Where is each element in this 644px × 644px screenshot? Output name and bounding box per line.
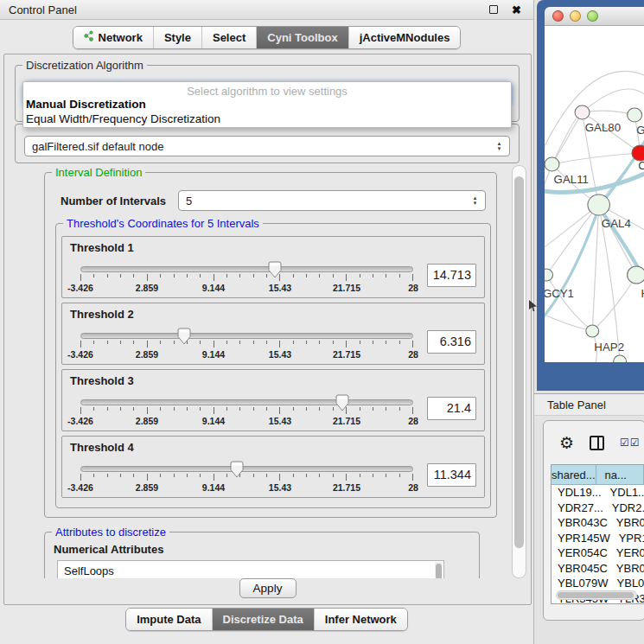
slider-thumb[interactable] — [335, 394, 349, 411]
tab-label: Infer Network — [325, 613, 397, 626]
list-scrollbar-thumb[interactable] — [436, 564, 442, 578]
zoom-window-button[interactable] — [587, 10, 598, 22]
table-row[interactable]: YBR043CYBR0... — [552, 515, 644, 531]
slider-scale-label: 28 — [408, 416, 418, 426]
tab-impute-data[interactable]: Impute Data — [126, 609, 211, 630]
slider-track[interactable] — [80, 266, 413, 272]
network-edge[interactable] — [552, 112, 583, 164]
network-node-gal11[interactable] — [545, 157, 559, 171]
threshold-value-field[interactable]: 11.344 — [427, 463, 476, 487]
slider-track[interactable] — [80, 466, 413, 472]
slider-scale-label: 28 — [408, 349, 418, 360]
network-edge[interactable] — [592, 275, 636, 331]
slider-scale-label: 21.715 — [333, 482, 360, 493]
table-data-combobox[interactable]: galFiltered.sif default node ▲ ▼ — [24, 136, 510, 156]
network-node-ga[interactable] — [628, 108, 642, 122]
horizontal-scrollbar[interactable] — [556, 590, 637, 600]
combo-stepper-icon[interactable]: ▲ ▼ — [494, 137, 505, 156]
slider-scale: -3.4262.8599.14415.4321.71528 — [80, 349, 413, 360]
table-row[interactable]: YDL19...YDL1... — [552, 485, 644, 501]
algorithm-option-manual-discretization[interactable]: Manual Discretization — [23, 98, 511, 112]
network-node-gcy1[interactable] — [545, 269, 553, 281]
slider-scale-label: -3.426 — [67, 416, 93, 426]
column-header[interactable]: shared... — [552, 465, 596, 485]
slider-track[interactable] — [80, 399, 413, 405]
down-arrow-icon: ▼ — [473, 201, 478, 206]
slider-scale-label: 2.859 — [136, 349, 158, 360]
minimize-window-button[interactable] — [570, 10, 581, 22]
threshold-row: -3.4262.8599.14415.4321.7152811.344 — [70, 456, 476, 494]
table-row[interactable]: YPR145WYPR1... — [552, 531, 644, 546]
tab-infer-network[interactable]: Infer Network — [314, 609, 407, 630]
slider-scale: -3.4262.8599.14415.4321.71528 — [80, 283, 413, 294]
tab-jactivemnodules[interactable]: jActiveMNodules — [348, 27, 461, 48]
table-row[interactable]: YBR045CYBR0... — [552, 561, 644, 577]
network-graph: GAL80GACGAL11GAL4GCY1HHAP2 — [545, 26, 644, 362]
horizontal-scrollbar-thumb[interactable] — [558, 592, 634, 598]
table-row[interactable]: YBL079WYBL0... — [552, 576, 644, 591]
node-label: GAL4 — [602, 217, 631, 230]
table-header-row: shared...na... — [552, 465, 644, 485]
attribute-item-selfloops[interactable]: SelfLoops — [64, 564, 443, 578]
tab-select[interactable]: Select — [201, 27, 256, 48]
slider-thumb[interactable] — [177, 328, 191, 345]
threshold-value-field[interactable]: 6.316 — [427, 330, 476, 354]
tab-cyni-toolbox[interactable]: Cyni Toolbox — [256, 27, 348, 48]
table-row[interactable]: YER054CYER0... — [552, 545, 644, 561]
list-scrollbar[interactable] — [435, 562, 443, 578]
threshold-value-field[interactable]: 14.713 — [427, 264, 476, 287]
tab-style[interactable]: Style — [153, 27, 201, 48]
network-edge[interactable] — [552, 153, 641, 164]
network-canvas[interactable]: GAL80GACGAL11GAL4GCY1HHAP2 — [545, 26, 644, 362]
threshold-slider[interactable]: -3.4262.8599.14415.4321.71528 — [80, 322, 413, 360]
slider-thumb[interactable] — [268, 261, 282, 278]
network-node-gal80[interactable] — [575, 105, 590, 119]
apply-button[interactable]: Apply — [239, 578, 296, 598]
table-cell: YBR043C — [552, 516, 608, 529]
table-row[interactable]: YDR27...YDR2... — [552, 501, 644, 516]
network-edge[interactable] — [583, 111, 635, 115]
tab-network[interactable]: Network — [73, 27, 153, 48]
screen: Control Panel ✖ NetworkStyleSelectCyni T… — [0, 0, 644, 644]
attributes-group: Attributes to discretize Numerical Attri… — [44, 532, 480, 578]
table-cell: YDR27... — [552, 501, 603, 514]
threshold-row: -3.4262.8599.14415.4321.7152821.4 — [70, 389, 476, 427]
slider-scale-label: 9.144 — [202, 283, 225, 293]
table-cell: YBR0... — [608, 516, 644, 529]
checkboxes-icon[interactable]: ☑☑ — [620, 437, 641, 449]
tab-discretize-data[interactable]: Discretize Data — [212, 609, 314, 630]
close-icon[interactable]: ✖ — [512, 3, 521, 16]
combo-stepper-icon[interactable]: ▲ ▼ — [469, 191, 481, 210]
numerical-attributes-list[interactable]: SelfLoopsTopologicalCoefficientBetweenne… — [57, 560, 444, 578]
column-header[interactable]: na... — [596, 465, 644, 485]
gear-icon[interactable]: ⚙ — [559, 435, 574, 451]
network-node[interactable] — [614, 355, 627, 362]
vertical-scrollbar[interactable] — [512, 165, 526, 578]
slider-thumb[interactable] — [230, 461, 244, 478]
network-node-c[interactable] — [632, 145, 644, 161]
network-node-gal4[interactable] — [588, 194, 610, 215]
slider-track[interactable] — [80, 333, 413, 339]
tab-label: Impute Data — [137, 613, 201, 626]
number-of-intervals-combobox[interactable]: 5 ▲ ▼ — [178, 190, 486, 211]
threshold-slider[interactable]: -3.4262.8599.14415.4321.71528 — [80, 256, 413, 294]
network-edge[interactable] — [545, 311, 592, 331]
algorithm-popup-hint: Select algorithm to view settings — [23, 85, 511, 98]
down-arrow-icon: ▼ — [497, 146, 502, 151]
slider-scale-label: 15.43 — [269, 416, 291, 426]
float-window-icon[interactable] — [489, 5, 498, 14]
vertical-scrollbar-thumb[interactable] — [514, 176, 524, 548]
threshold-slider[interactable]: -3.4262.8599.14415.4321.71528 — [80, 456, 413, 494]
columns-icon[interactable] — [590, 436, 604, 450]
slider-scale-label: 2.859 — [136, 482, 158, 493]
network-node-hap2[interactable] — [586, 325, 599, 337]
slider-ticks — [80, 341, 413, 348]
table-cell: YBR045C — [552, 562, 608, 575]
algorithm-option-equal-width-frequency-discretization[interactable]: Equal Width/Frequency Discretization — [23, 112, 511, 127]
threshold-slider[interactable]: -3.4262.8599.14415.4321.71528 — [80, 389, 413, 427]
slider-scale-label: 9.144 — [202, 416, 225, 426]
network-node-h[interactable] — [628, 266, 644, 284]
table-cell: YDR2... — [603, 501, 644, 514]
threshold-value-field[interactable]: 21.4 — [427, 397, 476, 420]
close-window-button[interactable] — [552, 10, 564, 22]
